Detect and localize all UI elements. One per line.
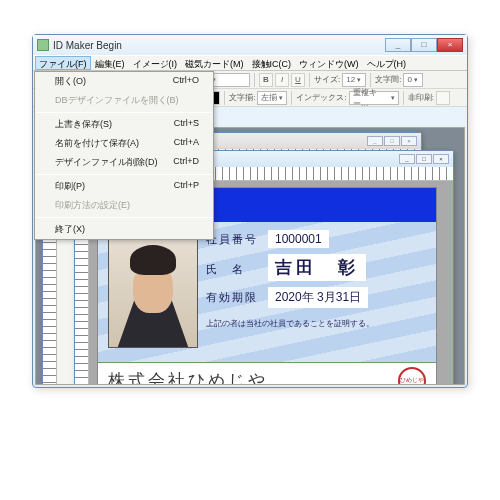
company-name[interactable]: 株式会社ひめじや	[108, 369, 390, 385]
bold-button[interactable]: B	[259, 73, 273, 87]
doc-max-icon[interactable]: □	[416, 154, 432, 164]
menu-exit[interactable]: 終了(X)	[35, 220, 213, 239]
menubar: ファイル(F) 編集(E) イメージ(I) 磁気カード(M) 接触IC(C) ウ…	[33, 55, 467, 71]
main-window: ID Maker Begin _ □ × ファイル(F) 編集(E) イメージ(…	[32, 34, 468, 388]
file-dropdown: 開く(O) Ctrl+O DBデザインファイルを開く(B) 上書き保存(S) C…	[34, 71, 214, 240]
app-icon	[37, 39, 49, 51]
expiry-value[interactable]: 2020年 3月31日	[268, 287, 368, 308]
name-value[interactable]: 吉田 彰	[268, 254, 366, 281]
menu-print[interactable]: 印刷(P) Ctrl+P	[35, 177, 213, 196]
window-controls: _ □ ×	[385, 38, 463, 52]
menu-save[interactable]: 上書き保存(S) Ctrl+S	[35, 115, 213, 134]
italic-button[interactable]: I	[275, 73, 289, 87]
charspace-select[interactable]: 0	[403, 73, 423, 87]
doc-close-icon[interactable]: ×	[401, 136, 417, 146]
company-stamp-icon[interactable]: ひめじや	[398, 367, 426, 386]
textalign-select[interactable]: 左揃	[257, 91, 287, 105]
close-button[interactable]: ×	[437, 38, 463, 52]
menu-open[interactable]: 開く(O) Ctrl+O	[35, 72, 213, 91]
emp-no-label: 社員番号	[206, 232, 262, 247]
window-title: ID Maker Begin	[53, 40, 122, 51]
size-label: サイズ:	[314, 74, 340, 85]
titlebar[interactable]: ID Maker Begin _ □ ×	[33, 35, 467, 55]
field-name[interactable]: 氏 名 吉田 彰	[206, 254, 426, 281]
charspace-label: 文字間:	[375, 74, 401, 85]
field-employee-number[interactable]: 社員番号 1000001	[206, 230, 426, 248]
doc-min-icon[interactable]: _	[399, 154, 415, 164]
hidden-label: 非印刷:	[408, 92, 434, 103]
menu-help[interactable]: ヘルプ(H)	[363, 56, 411, 70]
maximize-button[interactable]: □	[411, 38, 437, 52]
menu-print-setup: 印刷方法の設定(E)	[35, 196, 213, 215]
size-select[interactable]: 12	[342, 73, 366, 87]
card-fields: 社員番号 1000001 氏 名 吉田 彰 有効期限 2020年 3月31日	[188, 222, 436, 362]
card-footer: 株式会社ひめじや ひめじや	[98, 362, 436, 385]
menu-ic[interactable]: 接触IC(C)	[248, 56, 296, 70]
textalign-label: 文字揃:	[229, 92, 255, 103]
menu-magcard[interactable]: 磁気カード(M)	[181, 56, 248, 70]
expiry-label: 有効期限	[206, 290, 262, 305]
menu-file[interactable]: ファイル(F)	[35, 56, 91, 70]
employee-photo[interactable]	[108, 230, 198, 348]
menu-save-as[interactable]: 名前を付けて保存(A) Ctrl+A	[35, 134, 213, 153]
underline-button[interactable]: U	[291, 73, 305, 87]
field-expiry[interactable]: 有効期限 2020年 3月31日	[206, 287, 426, 308]
index-select[interactable]: 重複キー…	[349, 91, 399, 105]
doc-max-icon[interactable]: □	[384, 136, 400, 146]
menu-image[interactable]: イメージ(I)	[129, 56, 182, 70]
hidden-checkbox[interactable]	[436, 91, 450, 105]
doc-close-icon[interactable]: ×	[433, 154, 449, 164]
menu-delete-design[interactable]: デザインファイル削除(D) Ctrl+D	[35, 153, 213, 172]
index-label: インデックス:	[296, 92, 346, 103]
minimize-button[interactable]: _	[385, 38, 411, 52]
cert-text[interactable]: 上記の者は当社の社員であることを証明する。	[206, 318, 426, 329]
menu-open-db: DBデザインファイルを開く(B)	[35, 91, 213, 110]
name-label: 氏 名	[206, 262, 262, 277]
doc-min-icon[interactable]: _	[367, 136, 383, 146]
menu-window[interactable]: ウィンドウ(W)	[295, 56, 363, 70]
emp-no-value[interactable]: 1000001	[268, 230, 329, 248]
card-body: 社員番号 1000001 氏 名 吉田 彰 有効期限 2020年 3月31日	[98, 222, 436, 362]
menu-edit[interactable]: 編集(E)	[91, 56, 129, 70]
